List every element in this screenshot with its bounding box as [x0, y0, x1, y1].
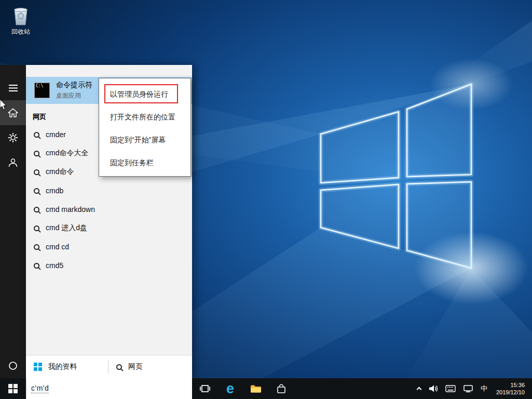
clock[interactable]: 15:36 2019/12/10 [491, 378, 530, 399]
show-hidden-icons-button[interactable] [414, 378, 425, 399]
network-icon [463, 384, 473, 393]
search-icon [34, 207, 39, 212]
search-icon [34, 225, 39, 231]
search-icon [34, 188, 39, 194]
recycle-bin-label: 回收站 [4, 28, 37, 36]
search-suggestion[interactable]: cmd markdown [26, 200, 192, 219]
system-tray: 中 15:36 2019/12/10 [414, 378, 532, 399]
search-input[interactable]: c'm'd [26, 378, 192, 399]
web-search-button[interactable]: 网页 [108, 355, 143, 378]
settings-button[interactable] [0, 125, 26, 150]
my-stuff-button[interactable]: 我的资料 [26, 355, 108, 378]
context-pin-to-start[interactable]: 固定到“开始”屏幕 [99, 128, 190, 151]
power-icon [8, 361, 18, 370]
context-pin-to-taskbar[interactable]: 固定到任务栏 [99, 151, 190, 174]
top-result-subtitle: 桌面应用 [56, 91, 92, 100]
edge-browser-button[interactable]: e [217, 378, 243, 399]
task-view-icon [199, 384, 211, 393]
power-button[interactable] [0, 353, 26, 378]
search-icon [116, 364, 122, 370]
search-suggestion[interactable]: cmdb [26, 181, 192, 200]
touch-keyboard-icon [445, 385, 456, 392]
web-section-header: 网页 [33, 112, 46, 122]
search-input-value: c'm'd [31, 384, 49, 393]
top-result-text: 命令提示符 桌面应用 [56, 81, 92, 100]
context-menu: 以管理员身份运行 打开文件所在的位置 固定到“开始”屏幕 固定到任务栏 [99, 78, 191, 177]
top-result-title: 命令提示符 [56, 81, 92, 90]
hamburger-icon [9, 85, 18, 91]
home-button[interactable] [0, 100, 26, 125]
start-sidebar [0, 65, 26, 378]
clock-time: 15:36 [496, 381, 525, 389]
expand-menu-button[interactable] [0, 75, 26, 100]
store-button[interactable] [268, 378, 294, 399]
recycle-bin[interactable]: 回收站 [4, 5, 37, 36]
file-explorer-button[interactable] [243, 378, 268, 399]
account-button[interactable] [0, 150, 26, 175]
search-icon [34, 244, 39, 250]
volume-icon [428, 384, 438, 393]
folder-icon [250, 384, 262, 393]
start-button[interactable] [0, 378, 25, 399]
context-open-file-location[interactable]: 打开文件所在的位置 [99, 105, 190, 128]
search-suggestion[interactable]: cmd cd [26, 237, 192, 256]
search-icon [34, 132, 39, 138]
desktop: 回收站 C: [0, 0, 532, 399]
edge-icon: e [226, 382, 234, 396]
results-footer: 我的资料 网页 [26, 355, 192, 378]
network-button[interactable] [459, 378, 477, 399]
user-icon [8, 157, 18, 168]
ime-indicator[interactable]: 中 [477, 378, 491, 399]
search-icon [34, 151, 39, 156]
store-bag-icon [276, 384, 287, 394]
home-icon [8, 108, 18, 117]
volume-button[interactable] [425, 378, 442, 399]
gear-icon [8, 132, 18, 143]
search-icon [34, 263, 39, 269]
touch-keyboard-button[interactable] [442, 378, 459, 399]
command-prompt-icon: C:\ [34, 83, 50, 98]
chevron-up-icon [416, 387, 421, 392]
clock-date: 2019/12/10 [496, 389, 525, 396]
search-suggestion[interactable]: cmd 进入d盘 [26, 219, 192, 237]
context-run-as-admin[interactable]: 以管理员身份运行 [99, 83, 190, 105]
search-icon [34, 169, 39, 175]
search-suggestion[interactable]: cmd5 [26, 256, 192, 275]
recycle-bin-icon [11, 5, 30, 26]
ime-language-label: 中 [481, 384, 487, 393]
windows-start-icon [8, 384, 18, 393]
windows-flag-icon [34, 363, 42, 371]
task-view-button[interactable] [192, 378, 217, 399]
